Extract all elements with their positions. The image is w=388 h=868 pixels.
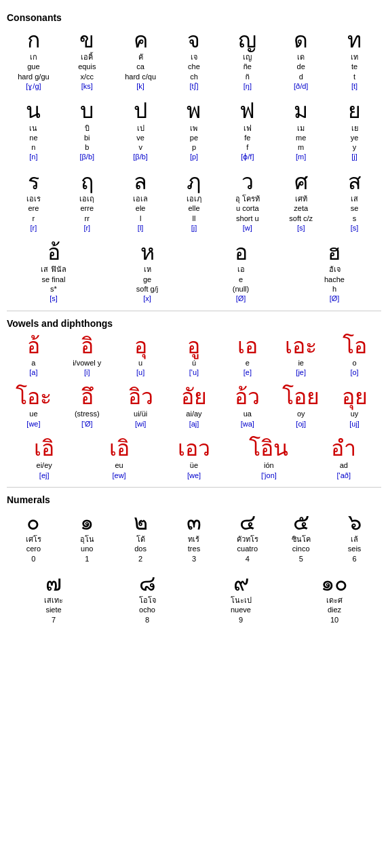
thai-name: เก [30,52,37,62]
consonant-cell: ทเทtet[t] [328,27,381,92]
roman-name: ú [192,358,196,368]
roman-name: fef [244,133,250,153]
thai-char: อึ [81,385,94,409]
phonetic: ['u] [189,368,199,377]
thai-char: ห [140,241,155,264]
thai-numeral: ๑ [80,511,94,534]
numeral-value: 6 [353,554,357,564]
roman-name: guehard g/gu [18,62,49,81]
vowel-cell: โอะue[we] [7,384,60,430]
consonant-cell: มเมmem[m] [274,98,328,163]
thai-char: อิว [128,385,153,409]
phonetic: ['Ø] [81,419,93,429]
roman-name: ses [351,203,359,223]
thai-numeral-name: ซินโค [292,534,311,544]
roman-name: ui/üi [134,409,147,418]
numeral-roman: cuatro [237,544,258,553]
thai-char: อุย [342,385,368,409]
thai-numeral: ๒ [134,511,148,534]
thai-name: อุ โครท้ [235,194,260,203]
numeral-row-2: ๗เสเทะsiete7๘โอโจocho8๙โนะเปnueve9๑๐เดะศ… [7,570,381,626]
vowel-cell: เอะie[je] [274,333,328,379]
numeral-cell: ๑๐เดะศdiez10 [288,570,381,626]
consonant-cell: ยเยyey[j] [328,98,381,163]
roman-name: oy [297,409,305,418]
thai-char: เอะ [285,334,317,358]
roman-name: ai/ay [186,409,201,418]
roman-name: ellell [188,203,199,223]
consonant-cell: ขเอคิ้equisx/cc[ks] [60,27,114,92]
thai-char: ร [28,170,39,194]
thai-numeral-name: เล้ [351,534,358,544]
phonetic: [x] [143,294,151,303]
consonant-cell: บบิbib[β/b] [60,98,114,163]
thai-numeral-name: เดะศ [326,595,343,605]
consonant-cell: พเพpep[p] [168,98,221,163]
numeral-cell: ๙โนะเปnueve9 [194,570,288,626]
phonetic: [β/b] [79,152,94,161]
roman-name: ded [297,62,305,81]
thai-name: เพ [190,123,197,133]
phonetic: [k] [136,81,144,91]
thai-char: ด [294,28,308,52]
thai-name: ฮ้เจ [329,264,341,274]
vowel-cell: อิวui/üi[wi] [114,384,168,430]
phonetic: [a] [29,368,37,377]
phonetic: [l] [138,223,144,233]
roman-name: a [31,358,35,368]
consonant-cell: ฟเฟfef[ɸ/f] [220,98,274,163]
phonetic: [ŋ] [244,81,252,91]
phonetic: [Ø] [330,294,340,303]
thai-name: เศท้ [295,194,307,203]
numeral-value: 5 [299,554,303,564]
thai-char: เอิ [109,437,130,460]
consonant-cell: อ้เส ฟินัลse finals*[s] [7,239,100,304]
numeral-roman: diez [328,605,341,614]
numeral-value: 1 [85,554,89,564]
phonetic: [ɸ/f] [241,152,254,161]
roman-name: zetasoft c/z [289,203,313,223]
phonetic: [uj] [349,419,360,429]
thai-name: เย [351,123,358,133]
numeral-roman: ocho [139,605,155,614]
vowels-section: Vowels and diphthongs อ้a[a]อิi/vowel y[… [7,318,381,481]
thai-name: เอ [237,264,245,274]
thai-numeral-name: คัวทโร [237,534,258,544]
roman-name: gesoft g/j [136,275,158,294]
numeral-value: 8 [145,615,149,625]
numerals-title: Numerals [7,494,381,505]
roman-name: ión [264,460,274,470]
thai-name: เน [29,123,37,133]
vowel-cell: อ้a[a] [7,333,60,379]
phonetic: [ɣ/g] [26,81,41,91]
consonant-cell: วอุ โครท้u cortashort u[w] [220,169,274,234]
consonant-cell: คคัcahard c/qu[k] [114,27,168,92]
thai-char: พ [187,99,201,123]
roman-name: ad [340,460,348,470]
thai-numeral-name: โอโจ [139,595,156,605]
phonetic: [m] [296,152,306,161]
vowel-cell: อัยai/ay[aj] [168,384,221,430]
thai-char: ย [348,99,361,123]
thai-char: ล [134,170,147,194]
phonetic: [s] [297,223,305,233]
numeral-cell: ๓ทเร้tres3 [168,509,221,565]
thai-char: อ้ [27,334,40,358]
roman-name: vev [136,133,144,153]
consonant-cell: ญเญñeñ[ŋ] [220,27,274,92]
vowel-cell: อึ(stress)['Ø] [60,384,114,430]
numeral-cell: ๒โด้dos2 [114,509,168,565]
roman-name: yey [351,133,359,153]
vowel-cell: เอe[e] [220,333,274,379]
thai-char: อู [187,334,200,358]
roman-name: e(null) [233,275,249,294]
thai-name: เจ [191,52,197,62]
consonant-row-1: กเกguehard g/gu[ɣ/g]ขเอคิ้equisx/cc[ks]ค… [7,27,381,92]
phonetic: [Ø] [236,294,246,303]
thai-char: ฤ [81,170,94,194]
thai-numeral: ๘ [139,572,156,595]
thai-char: อ [235,241,248,264]
roman-name: ua [244,409,252,418]
thai-char: จ [187,28,200,52]
thai-numeral-name: อุโน [80,534,94,544]
